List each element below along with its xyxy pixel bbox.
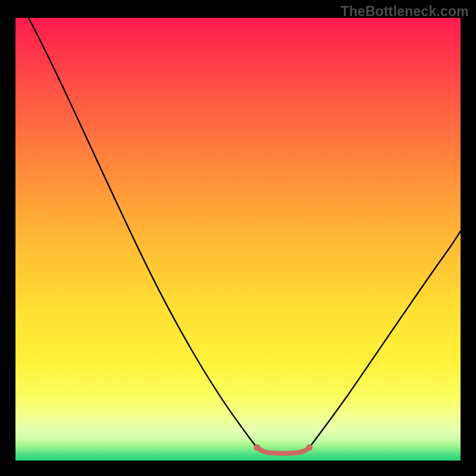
curve-left-branch <box>29 18 257 447</box>
plot-area <box>15 18 461 461</box>
bottleneck-curve <box>15 18 461 461</box>
valley-left-knob <box>254 444 261 451</box>
valley-floor <box>257 447 309 453</box>
valley-right-knob <box>306 444 313 451</box>
watermark-text: TheBottleneck.com <box>340 4 469 20</box>
chart-frame: TheBottleneck.com <box>0 0 476 476</box>
curve-right-branch <box>309 231 461 447</box>
